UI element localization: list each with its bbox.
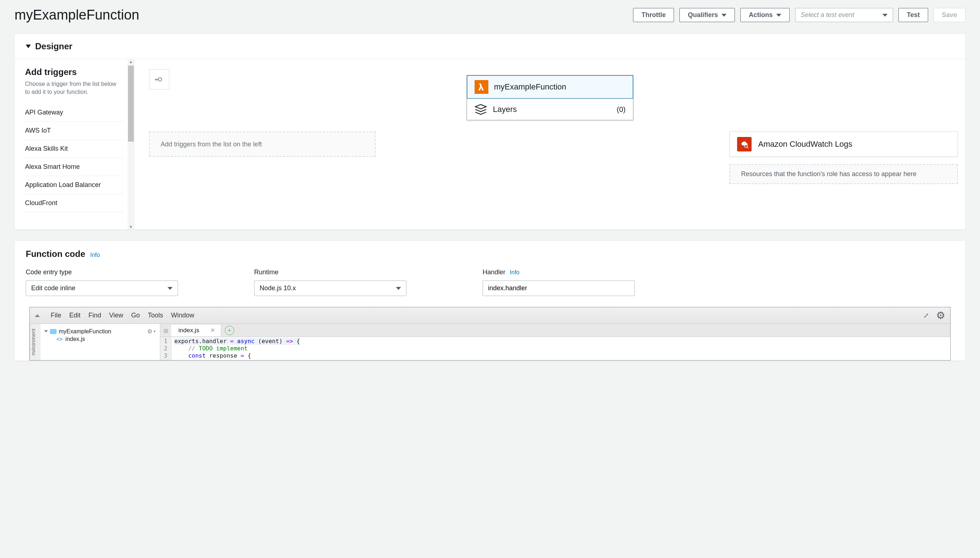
role-drop-text: Resources that the function's role has a… [741, 170, 917, 178]
role-resources-dropzone: Resources that the function's role has a… [730, 164, 958, 184]
code-entry-label: Code entry type [26, 269, 240, 276]
trigger-application-load-balancer[interactable]: Application Load Balancer [25, 176, 124, 194]
function-node-name: myExampleFunction [494, 82, 566, 92]
menu-go[interactable]: Go [131, 312, 140, 319]
trigger-dropzone[interactable]: Add triggers from the list on the left [149, 131, 376, 157]
file-tree-item[interactable]: <> index.js [44, 336, 156, 342]
project-folder-row[interactable]: myExampleFunction ⚙▼ [44, 327, 156, 336]
tab-label: index.js [178, 327, 199, 334]
project-name: myExampleFunction [59, 328, 111, 335]
trigger-alexa-skills-kit[interactable]: Alexa Skills Kit [25, 140, 124, 158]
tab-list-icon[interactable]: ▤ [160, 328, 171, 333]
trigger-drop-text: Add triggers from the list on the left [161, 141, 262, 148]
menu-window[interactable]: Window [171, 312, 194, 319]
function-code-title: Function code [26, 249, 85, 259]
test-button[interactable]: Test [898, 8, 928, 22]
designer-header[interactable]: Designer [15, 34, 965, 59]
function-header: myExampleFunction Throttle Qualifiers Ac… [15, 0, 965, 34]
handler-field: Handler Info [483, 269, 697, 296]
caret-down-icon [396, 287, 401, 290]
caret-down-icon [168, 287, 173, 290]
close-tab-icon[interactable]: ✕ [210, 327, 215, 334]
qualifiers-button[interactable]: Qualifiers [679, 8, 735, 22]
layers-row[interactable]: Layers (0) [467, 98, 633, 120]
function-title: myExampleFunction [15, 7, 139, 23]
fullscreen-icon[interactable]: ⤢ [923, 312, 928, 320]
collapse-up-icon[interactable] [35, 314, 40, 317]
key-icon [154, 74, 164, 84]
trigger-cloudfront[interactable]: CloudFront [25, 194, 124, 212]
new-tab-button[interactable]: + [225, 326, 234, 335]
trigger-alexa-smart-home[interactable]: Alexa Smart Home [25, 158, 124, 176]
designer-canvas: myExampleFunction Layers (0) Add trigger… [135, 59, 965, 229]
code-editor-ide: File Edit Find View Go Tools Window ⤢ ⚙ … [30, 307, 950, 361]
menu-file[interactable]: File [51, 312, 61, 319]
code-config-row: Code entry type Edit code inline Runtime… [15, 269, 965, 307]
cloudwatch-icon [737, 137, 751, 151]
editor-tab[interactable]: index.js ✕ [171, 325, 221, 336]
cloudwatch-label: Amazon CloudWatch Logs [758, 140, 852, 149]
trigger-sidebar: Add triggers Choose a trigger from the l… [15, 59, 135, 229]
handler-info-link[interactable]: Info [510, 269, 520, 276]
settings-gear-icon[interactable]: ⚙ [936, 309, 945, 322]
code-entry-field: Code entry type Edit code inline [26, 269, 240, 296]
permissions-key-button[interactable] [149, 69, 169, 90]
designer-panel: Designer Add triggers Choose a trigger f… [15, 34, 965, 230]
throttle-button[interactable]: Throttle [633, 8, 674, 22]
caret-down-icon [722, 14, 727, 16]
editor-tab-strip: ▤ index.js ✕ + [160, 324, 950, 337]
scroll-thumb[interactable] [128, 66, 134, 142]
handler-input[interactable] [483, 281, 635, 296]
trigger-aws-iot[interactable]: AWS IoT [25, 122, 124, 140]
ide-menubar: File Edit Find View Go Tools Window ⤢ ⚙ [30, 307, 950, 324]
editor-area: ▤ index.js ✕ + 123 exports.handler = asy… [160, 324, 950, 360]
actions-button[interactable]: Actions [740, 8, 790, 22]
menu-tools[interactable]: Tools [148, 312, 163, 319]
menu-view[interactable]: View [109, 312, 123, 319]
add-triggers-desc: Choose a trigger from the list below to … [25, 80, 124, 96]
handler-label: Handler Info [483, 269, 697, 276]
designer-title: Designer [35, 41, 72, 51]
js-file-icon: <> [57, 336, 62, 342]
code-entry-select[interactable]: Edit code inline [26, 281, 178, 296]
layers-label: Layers [493, 105, 611, 114]
scroll-up-icon[interactable]: ▲ [129, 59, 133, 64]
menu-edit[interactable]: Edit [69, 312, 81, 319]
caret-down-icon [883, 14, 888, 16]
file-name: index.js [65, 336, 85, 342]
header-actions: Throttle Qualifiers Actions Select a tes… [633, 8, 965, 22]
save-button[interactable]: Save [934, 8, 965, 22]
environment-tab[interactable]: nvironment [30, 324, 41, 360]
runtime-label: Runtime [254, 269, 468, 276]
code-text[interactable]: exports.handler = async (event) => { // … [171, 337, 303, 360]
test-event-select[interactable]: Select a test event [795, 8, 893, 22]
tree-caret-icon [44, 330, 48, 333]
folder-icon [50, 329, 57, 334]
function-code-info-link[interactable]: Info [90, 252, 100, 258]
menu-find[interactable]: Find [89, 312, 101, 319]
collapse-icon [26, 44, 31, 48]
runtime-select[interactable]: Node.js 10.x [254, 281, 406, 296]
file-tree: myExampleFunction ⚙▼ <> index.js [41, 324, 160, 360]
scroll-down-icon[interactable]: ▼ [129, 224, 133, 229]
function-code-panel: Function code Info Code entry type Edit … [15, 241, 965, 361]
function-node[interactable]: myExampleFunction Layers (0) [467, 75, 633, 120]
svg-line-1 [747, 147, 748, 148]
caret-down-icon [776, 14, 781, 16]
add-triggers-title: Add triggers [25, 67, 124, 77]
project-gear-icon[interactable]: ⚙▼ [147, 328, 156, 335]
line-gutter: 123 [160, 337, 171, 360]
layers-icon [474, 104, 487, 115]
sidebar-scrollbar[interactable]: ▲ ▼ [128, 59, 134, 229]
function-main-row[interactable]: myExampleFunction [467, 75, 633, 98]
function-code-header: Function code Info [15, 241, 965, 269]
code-content[interactable]: 123 exports.handler = async (event) => {… [160, 337, 950, 360]
trigger-api-gateway[interactable]: API Gateway [25, 103, 124, 122]
lambda-icon [475, 80, 488, 94]
layers-count: (0) [617, 105, 625, 114]
cloudwatch-destination[interactable]: Amazon CloudWatch Logs [730, 131, 958, 157]
runtime-field: Runtime Node.js 10.x [254, 269, 468, 296]
